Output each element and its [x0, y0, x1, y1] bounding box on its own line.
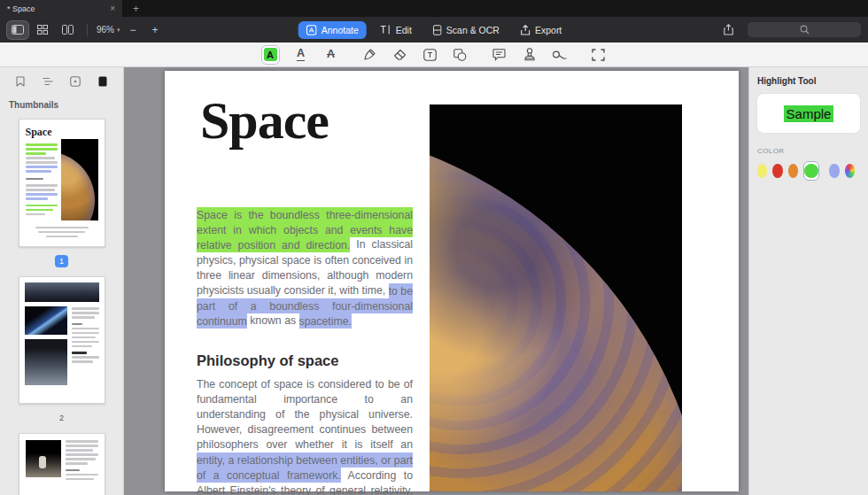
- share-icon: [724, 24, 733, 35]
- signature-tool-button[interactable]: [551, 45, 569, 65]
- draw-group: [361, 45, 469, 65]
- document-tab[interactable]: * Space ×: [0, 0, 122, 17]
- tab-scan-ocr-label: Scan & OCR: [446, 25, 500, 35]
- text-run-none: The concept of space is considered to be…: [197, 378, 413, 452]
- text-markup-group: A A A: [261, 45, 340, 65]
- thumb2-banner-image: [25, 282, 99, 302]
- tab-close-icon[interactable]: ×: [110, 4, 115, 13]
- color-swatch-periwinkle[interactable]: [829, 164, 839, 178]
- thumb2-images: [25, 306, 67, 385]
- tab-annotate[interactable]: Annotate: [298, 21, 367, 39]
- paragraph-2: The concept of space is considered to be…: [197, 377, 413, 495]
- color-swatch-green[interactable]: [804, 164, 818, 178]
- color-section-label: COLOR: [757, 147, 860, 155]
- shapes-tool-button[interactable]: [452, 45, 469, 65]
- thumbnails-panel-title: Thumbnails: [9, 100, 114, 110]
- paragraph-1: Space is the boundless three-dimensional…: [197, 207, 413, 329]
- content-area: Thumbnails Space 1: [0, 67, 868, 495]
- page-thumbnail-2[interactable]: [19, 276, 105, 404]
- outline-icon: [43, 77, 53, 86]
- text-box-tool-button[interactable]: [422, 45, 439, 65]
- signature-icon: [552, 49, 567, 60]
- section-heading: Philosophy of space: [197, 352, 413, 369]
- color-swatch-red[interactable]: [772, 164, 782, 178]
- selection-group: [590, 45, 608, 65]
- sidebar: Thumbnails Space 1: [0, 67, 124, 495]
- zoom-out-button[interactable]: −: [124, 24, 143, 36]
- eraser-tool-button[interactable]: [391, 45, 409, 65]
- pen-tool-button[interactable]: [361, 45, 379, 65]
- document-page[interactable]: Space Space is the boundless three-dimen…: [165, 71, 739, 491]
- shapes-icon: [453, 49, 467, 61]
- page-thumbnail-icon: [98, 76, 107, 87]
- grid-view-button[interactable]: [32, 21, 53, 39]
- sidebar-tab-strip: [9, 73, 114, 89]
- tab-export-label: Export: [535, 25, 562, 35]
- comment-tool-button[interactable]: [491, 45, 508, 65]
- tab-scan-ocr[interactable]: Scan & OCR: [425, 21, 508, 39]
- toolbar-divider: [87, 24, 88, 36]
- pen-icon: [363, 48, 376, 61]
- zoom-level-value: 96%: [97, 25, 114, 35]
- color-swatches: [757, 161, 860, 181]
- tab-bar: * Space × +: [0, 0, 868, 17]
- scan-ocr-icon: [433, 25, 442, 35]
- sidebar-icon: [12, 25, 24, 35]
- two-page-view-button[interactable]: [57, 21, 78, 39]
- page-thumbnail-3[interactable]: [19, 433, 105, 495]
- grid-view-icon: [37, 25, 48, 35]
- text-run-none: known as: [247, 314, 299, 327]
- two-page-icon: [62, 25, 74, 35]
- zoom-level-dropdown[interactable]: 96% ▾: [97, 25, 120, 35]
- thumb2-text-mock: [72, 306, 99, 385]
- edit-text-icon: [380, 25, 391, 35]
- tab-edit-label: Edit: [396, 25, 412, 35]
- document-text-column: Space is the boundless three-dimensional…: [197, 207, 413, 495]
- highlight-tool-button[interactable]: A: [261, 45, 280, 65]
- thumb1-planet-image: [61, 139, 98, 220]
- search-input[interactable]: [748, 22, 861, 37]
- app-window: * Space × + 96% ▾ − +: [0, 0, 868, 495]
- document-title: Space: [200, 90, 329, 151]
- stamp-icon: [523, 48, 536, 61]
- underline-tool-button[interactable]: A: [292, 45, 310, 65]
- planet-figure: [430, 104, 682, 491]
- planet-image: [430, 124, 682, 491]
- new-tab-button[interactable]: +: [122, 0, 150, 17]
- color-swatch-yellow[interactable]: [757, 164, 767, 178]
- thumb3-moon-image: [26, 440, 61, 477]
- color-swatch-orange[interactable]: [788, 164, 798, 178]
- thumbnails-tab[interactable]: [93, 73, 112, 89]
- bookmarks-tab[interactable]: [11, 73, 30, 89]
- view-controls: 96% ▾ − +: [7, 21, 165, 39]
- sidebar-toggle-button[interactable]: [7, 21, 28, 39]
- bookmark-icon: [16, 76, 25, 87]
- outline-tab[interactable]: [38, 73, 58, 89]
- page-thumbnail-1[interactable]: Space: [19, 119, 105, 247]
- highlight-sample: Sample: [784, 105, 834, 122]
- export-icon: [521, 25, 531, 35]
- thumb1-text-mock: [26, 143, 58, 215]
- annotations-tab[interactable]: [66, 73, 85, 89]
- stamp-tool-button[interactable]: [521, 45, 539, 65]
- document-viewport[interactable]: Space Space is the boundless three-dimen…: [124, 67, 748, 495]
- panel-title: Highlight Tool: [757, 76, 860, 86]
- tab-edit[interactable]: Edit: [372, 21, 420, 39]
- annotate-toolbar: A A A: [0, 43, 868, 67]
- eraser-icon: [393, 49, 407, 61]
- color-swatch-custom-wheel[interactable]: [845, 164, 855, 178]
- main-toolbar: 96% ▾ − + Annotate Edit Scan & OCR Expor…: [0, 17, 868, 43]
- select-tool-button[interactable]: [590, 45, 608, 65]
- share-button[interactable]: [717, 21, 739, 39]
- tab-export[interactable]: Export: [513, 21, 570, 39]
- annotation-objects-group: [491, 45, 569, 65]
- thumb3-text-mock: [66, 440, 98, 480]
- strikeout-tool-button[interactable]: A: [322, 45, 340, 65]
- thumb1-caption-mock: [35, 224, 89, 237]
- zoom-in-button[interactable]: +: [146, 24, 165, 36]
- text-box-icon: [423, 49, 437, 61]
- annotate-icon: [306, 25, 317, 35]
- highlight-preview-card: Sample: [757, 94, 860, 133]
- page-number-1: 1: [55, 251, 68, 267]
- tab-title: * Space: [7, 4, 105, 13]
